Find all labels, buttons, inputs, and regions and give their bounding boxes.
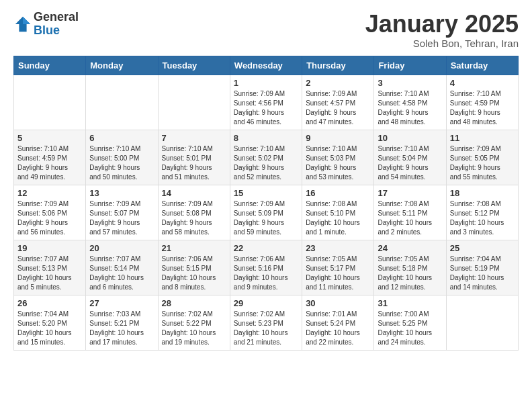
calendar-week-2: 5Sunrise: 7:10 AM Sunset: 4:59 PM Daylig… [14, 130, 519, 185]
day-info: Sunrise: 7:10 AM Sunset: 5:03 PM Dayligh… [306, 144, 370, 182]
calendar-cell: 27Sunrise: 7:03 AM Sunset: 5:21 PM Dayli… [86, 295, 158, 350]
day-info: Sunrise: 7:00 AM Sunset: 5:25 PM Dayligh… [378, 310, 442, 347]
svg-marker-1 [23, 17, 30, 24]
day-info: Sunrise: 7:04 AM Sunset: 5:20 PM Dayligh… [17, 310, 82, 347]
day-number: 13 [89, 188, 154, 198]
calendar-table: Sunday Monday Tuesday Wednesday Thursday… [13, 56, 519, 351]
day-info: Sunrise: 7:10 AM Sunset: 4:58 PM Dayligh… [378, 89, 442, 127]
logo: General Blue [13, 11, 79, 38]
day-number: 23 [306, 243, 370, 253]
calendar-cell: 17Sunrise: 7:08 AM Sunset: 5:11 PM Dayli… [374, 185, 446, 240]
day-info: Sunrise: 7:10 AM Sunset: 4:59 PM Dayligh… [450, 89, 515, 127]
calendar-cell: 3Sunrise: 7:10 AM Sunset: 4:58 PM Daylig… [374, 75, 446, 130]
day-info: Sunrise: 7:10 AM Sunset: 5:02 PM Dayligh… [234, 144, 298, 182]
calendar-cell: 31Sunrise: 7:00 AM Sunset: 5:25 PM Dayli… [374, 295, 446, 350]
day-info: Sunrise: 7:02 AM Sunset: 5:22 PM Dayligh… [162, 310, 226, 347]
day-info: Sunrise: 7:09 AM Sunset: 5:08 PM Dayligh… [162, 199, 226, 237]
calendar-cell: 13Sunrise: 7:09 AM Sunset: 5:07 PM Dayli… [86, 185, 158, 240]
calendar-week-4: 19Sunrise: 7:07 AM Sunset: 5:13 PM Dayli… [14, 240, 519, 295]
calendar-cell: 18Sunrise: 7:08 AM Sunset: 5:12 PM Dayli… [446, 185, 518, 240]
col-monday: Monday [86, 56, 158, 75]
day-info: Sunrise: 7:05 AM Sunset: 5:18 PM Dayligh… [378, 255, 442, 292]
day-number: 1 [234, 78, 298, 88]
calendar-cell [446, 295, 518, 350]
day-info: Sunrise: 7:10 AM Sunset: 5:01 PM Dayligh… [162, 144, 226, 182]
calendar-cell: 16Sunrise: 7:08 AM Sunset: 5:10 PM Dayli… [302, 185, 374, 240]
day-info: Sunrise: 7:09 AM Sunset: 5:07 PM Dayligh… [89, 199, 154, 237]
logo-icon [13, 15, 32, 34]
day-number: 30 [306, 298, 370, 308]
month-title: January 2025 [365, 11, 519, 38]
calendar-cell: 1Sunrise: 7:09 AM Sunset: 4:56 PM Daylig… [230, 75, 302, 130]
day-number: 2 [306, 78, 370, 88]
calendar-header: Sunday Monday Tuesday Wednesday Thursday… [14, 56, 519, 75]
calendar-cell: 6Sunrise: 7:10 AM Sunset: 5:00 PM Daylig… [86, 130, 158, 185]
day-number: 6 [89, 133, 154, 143]
calendar-cell: 25Sunrise: 7:04 AM Sunset: 5:19 PM Dayli… [446, 240, 518, 295]
day-number: 4 [450, 78, 515, 88]
col-saturday: Saturday [446, 56, 518, 75]
day-number: 16 [306, 188, 370, 198]
day-number: 10 [378, 133, 442, 143]
calendar-cell: 2Sunrise: 7:09 AM Sunset: 4:57 PM Daylig… [302, 75, 374, 130]
day-info: Sunrise: 7:08 AM Sunset: 5:12 PM Dayligh… [450, 199, 515, 237]
day-info: Sunrise: 7:08 AM Sunset: 5:10 PM Dayligh… [306, 199, 370, 237]
day-number: 19 [17, 243, 82, 253]
day-info: Sunrise: 7:07 AM Sunset: 5:13 PM Dayligh… [17, 255, 82, 292]
day-number: 28 [162, 298, 226, 308]
calendar-cell: 8Sunrise: 7:10 AM Sunset: 5:02 PM Daylig… [230, 130, 302, 185]
calendar-body: 1Sunrise: 7:09 AM Sunset: 4:56 PM Daylig… [14, 75, 519, 350]
day-number: 20 [89, 243, 154, 253]
day-info: Sunrise: 7:09 AM Sunset: 4:57 PM Dayligh… [306, 89, 370, 127]
calendar-cell: 4Sunrise: 7:10 AM Sunset: 4:59 PM Daylig… [446, 75, 518, 130]
calendar-cell: 14Sunrise: 7:09 AM Sunset: 5:08 PM Dayli… [158, 185, 230, 240]
day-info: Sunrise: 7:06 AM Sunset: 5:16 PM Dayligh… [234, 255, 298, 292]
calendar-cell: 10Sunrise: 7:10 AM Sunset: 5:04 PM Dayli… [374, 130, 446, 185]
day-number: 9 [306, 133, 370, 143]
day-number: 17 [378, 188, 442, 198]
calendar-cell: 30Sunrise: 7:01 AM Sunset: 5:24 PM Dayli… [302, 295, 374, 350]
day-number: 3 [378, 78, 442, 88]
header-row: Sunday Monday Tuesday Wednesday Thursday… [14, 56, 519, 75]
calendar-cell: 23Sunrise: 7:05 AM Sunset: 5:17 PM Dayli… [302, 240, 374, 295]
day-number: 5 [17, 133, 82, 143]
calendar-cell: 12Sunrise: 7:09 AM Sunset: 5:06 PM Dayli… [14, 185, 86, 240]
calendar-cell: 15Sunrise: 7:09 AM Sunset: 5:09 PM Dayli… [230, 185, 302, 240]
day-number: 11 [450, 133, 515, 143]
logo-general-text: General [34, 11, 79, 24]
title-block: January 2025 Soleh Bon, Tehran, Iran [365, 11, 519, 49]
calendar-cell: 20Sunrise: 7:07 AM Sunset: 5:14 PM Dayli… [86, 240, 158, 295]
col-thursday: Thursday [302, 56, 374, 75]
day-info: Sunrise: 7:08 AM Sunset: 5:11 PM Dayligh… [378, 199, 442, 237]
day-number: 14 [162, 188, 226, 198]
col-wednesday: Wednesday [230, 56, 302, 75]
day-info: Sunrise: 7:04 AM Sunset: 5:19 PM Dayligh… [450, 255, 515, 292]
calendar-cell [158, 75, 230, 130]
calendar-week-3: 12Sunrise: 7:09 AM Sunset: 5:06 PM Dayli… [14, 185, 519, 240]
calendar-cell: 24Sunrise: 7:05 AM Sunset: 5:18 PM Dayli… [374, 240, 446, 295]
col-sunday: Sunday [14, 56, 86, 75]
day-info: Sunrise: 7:09 AM Sunset: 5:06 PM Dayligh… [17, 199, 82, 237]
day-info: Sunrise: 7:01 AM Sunset: 5:24 PM Dayligh… [306, 310, 370, 347]
calendar-cell: 28Sunrise: 7:02 AM Sunset: 5:22 PM Dayli… [158, 295, 230, 350]
day-number: 29 [234, 298, 298, 308]
col-tuesday: Tuesday [158, 56, 230, 75]
calendar-cell: 29Sunrise: 7:02 AM Sunset: 5:23 PM Dayli… [230, 295, 302, 350]
calendar-cell: 21Sunrise: 7:06 AM Sunset: 5:15 PM Dayli… [158, 240, 230, 295]
day-number: 18 [450, 188, 515, 198]
logo-text: General Blue [34, 11, 79, 38]
page: General Blue January 2025 Soleh Bon, Teh… [0, 0, 532, 361]
day-number: 15 [234, 188, 298, 198]
calendar-cell: 22Sunrise: 7:06 AM Sunset: 5:16 PM Dayli… [230, 240, 302, 295]
location-subtitle: Soleh Bon, Tehran, Iran [365, 38, 519, 49]
calendar-cell: 7Sunrise: 7:10 AM Sunset: 5:01 PM Daylig… [158, 130, 230, 185]
day-number: 12 [17, 188, 82, 198]
day-info: Sunrise: 7:10 AM Sunset: 4:59 PM Dayligh… [17, 144, 82, 182]
day-number: 31 [378, 298, 442, 308]
day-number: 22 [234, 243, 298, 253]
day-number: 27 [89, 298, 154, 308]
day-info: Sunrise: 7:02 AM Sunset: 5:23 PM Dayligh… [234, 310, 298, 347]
day-info: Sunrise: 7:06 AM Sunset: 5:15 PM Dayligh… [162, 255, 226, 292]
day-info: Sunrise: 7:10 AM Sunset: 5:00 PM Dayligh… [89, 144, 154, 182]
day-number: 25 [450, 243, 515, 253]
